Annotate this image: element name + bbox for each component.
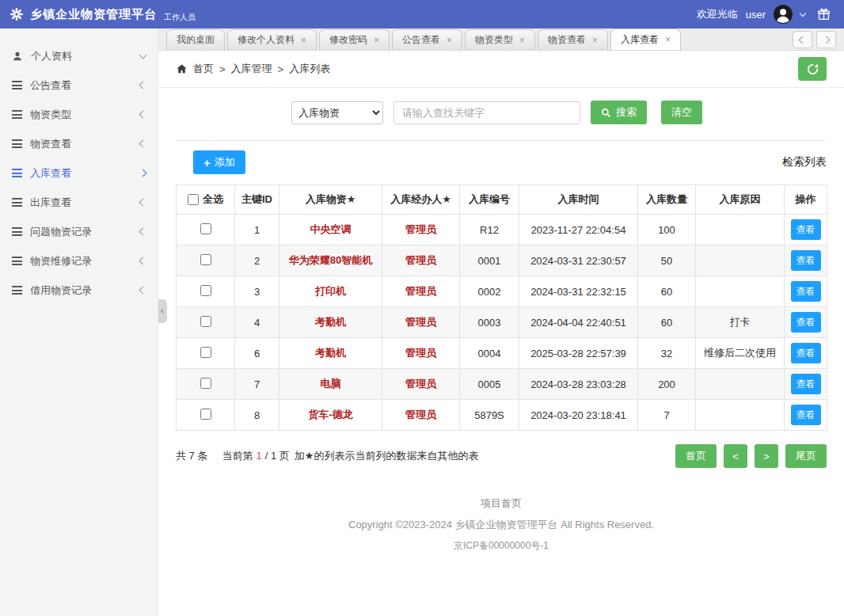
table-row: 3 打印机 管理员 0002 2024-03-31 22:32:15 60 查看	[177, 276, 827, 307]
tab-change-password[interactable]: 修改密码	[319, 29, 390, 50]
handler-link[interactable]: 管理员	[405, 223, 436, 235]
close-icon[interactable]	[665, 35, 671, 44]
sidebar-item-problem-records[interactable]: 问题物资记录	[0, 217, 158, 246]
close-icon[interactable]	[447, 36, 452, 45]
cell-select	[177, 276, 235, 307]
prev-page-button[interactable]: <	[724, 444, 747, 468]
cell-reason: 维修后二次使用	[696, 338, 785, 369]
row-checkbox[interactable]	[200, 254, 211, 265]
sidebar-item-repair-records[interactable]: 物资维修记录	[0, 246, 158, 276]
cell-code: 0005	[460, 369, 519, 400]
item-link[interactable]: 打印机	[315, 285, 346, 297]
sidebar-item-inbound[interactable]: 入库查看	[0, 158, 158, 188]
sidebar-item-material-view[interactable]: 物资查看	[0, 129, 158, 158]
handler-link[interactable]: 管理员	[405, 347, 436, 359]
tab-announcements[interactable]: 公告查看	[392, 29, 462, 50]
sidebar-item-label: 公告查看	[30, 78, 71, 93]
breadcrumb-separator: >	[219, 63, 226, 75]
tab-edit-profile[interactable]: 修改个人资料	[227, 29, 317, 50]
column-header-select-all: 全选	[177, 185, 235, 215]
view-button[interactable]: 查看	[791, 374, 821, 394]
tabs-scroll-right-button[interactable]	[816, 31, 836, 48]
cell-id: 7	[235, 369, 279, 400]
row-checkbox[interactable]	[200, 223, 211, 234]
cell-item: 考勤机	[279, 338, 382, 369]
view-button[interactable]: 查看	[791, 250, 821, 271]
column-header-handler: 入库经办人★	[382, 185, 460, 215]
sidebar-item-outbound[interactable]: 出库查看	[0, 188, 158, 217]
tab-my-desktop[interactable]: 我的桌面	[166, 29, 225, 50]
sidebar-item-personal-info[interactable]: 个人资料	[0, 41, 158, 70]
handler-link[interactable]: 管理员	[405, 254, 436, 266]
row-checkbox[interactable]	[200, 409, 211, 420]
handler-link[interactable]: 管理员	[405, 285, 436, 297]
close-icon[interactable]	[519, 36, 525, 45]
row-checkbox[interactable]	[200, 378, 211, 389]
add-button[interactable]: 添加	[193, 150, 245, 174]
sidebar-item-material-types[interactable]: 物资类型	[0, 100, 158, 129]
first-page-button[interactable]: 首页	[675, 444, 717, 468]
column-header-time: 入库时间	[519, 185, 638, 215]
refresh-button[interactable]	[798, 57, 827, 81]
username[interactable]: user	[746, 9, 766, 21]
tab-material-types[interactable]: 物资类型	[465, 29, 535, 50]
handler-link[interactable]: 管理员	[405, 409, 436, 420]
current-page-number: 1	[256, 450, 261, 462]
close-icon[interactable]	[374, 36, 379, 45]
close-icon[interactable]	[592, 36, 598, 45]
row-checkbox[interactable]	[200, 285, 211, 296]
column-header-item: 入库物资★	[279, 185, 382, 215]
add-button-label: 添加	[215, 155, 235, 169]
close-icon[interactable]	[301, 36, 306, 45]
view-button[interactable]: 查看	[791, 343, 821, 363]
cell-id: 6	[235, 338, 279, 369]
gift-icon[interactable]	[816, 7, 831, 22]
sidebar-item-borrow-records[interactable]: 借用物资记录	[0, 276, 158, 305]
handler-link[interactable]: 管理员	[405, 378, 436, 390]
cell-time: 2024-03-31 22:32:15	[519, 276, 638, 307]
view-button[interactable]: 查看	[791, 312, 821, 333]
item-link[interactable]: 电脑	[321, 378, 341, 390]
cell-handler: 管理员	[382, 215, 460, 245]
tab-material-view[interactable]: 物资查看	[538, 29, 608, 50]
tabs-scroll-left-button[interactable]	[793, 31, 812, 48]
item-link[interactable]: 考勤机	[315, 347, 346, 359]
view-button[interactable]: 查看	[791, 405, 821, 425]
item-link[interactable]: 华为荣耀80智能机	[289, 254, 372, 266]
handler-link[interactable]: 管理员	[405, 316, 436, 328]
tab-inbound[interactable]: 入库查看	[610, 29, 681, 50]
clear-button[interactable]: 清空	[661, 101, 702, 124]
table-row: 4 考勤机 管理员 0003 2024-04-04 22:40:51 60 打卡…	[177, 307, 827, 338]
tab-bar: 我的桌面 修改个人资料 修改密码 公告查看 物资类型 物资查看 入库查看	[158, 29, 844, 51]
cell-reason	[696, 245, 785, 276]
cell-item: 电脑	[279, 369, 382, 400]
tab-label: 物资查看	[548, 33, 586, 47]
avatar[interactable]	[774, 5, 793, 24]
search-button[interactable]: 搜索	[591, 101, 647, 124]
sidebar-item-announcements[interactable]: 公告查看	[0, 70, 158, 100]
view-button[interactable]: 查看	[791, 219, 821, 240]
chevron-left-icon	[139, 82, 147, 89]
footer-home-link[interactable]: 项目首页	[481, 497, 522, 509]
sidebar-item-label: 个人资料	[31, 49, 72, 63]
cell-id: 3	[235, 276, 279, 307]
app-title: 乡镇企业物资管理平台	[30, 7, 157, 22]
search-input[interactable]	[393, 101, 580, 124]
search-field-select[interactable]: 入库物资	[291, 101, 383, 124]
user-menu-chevron-down-icon[interactable]	[800, 10, 806, 17]
breadcrumb-home[interactable]: 首页	[193, 62, 214, 76]
last-page-button[interactable]: 尾页	[785, 444, 827, 468]
item-link[interactable]: 中央空调	[310, 223, 352, 235]
item-link[interactable]: 考勤机	[315, 316, 346, 328]
select-all-checkbox[interactable]	[188, 194, 199, 205]
row-checkbox[interactable]	[200, 347, 211, 358]
view-button[interactable]: 查看	[791, 281, 821, 302]
item-link[interactable]: 货车-德龙	[308, 409, 352, 420]
breadcrumb-level1[interactable]: 入库管理	[231, 62, 272, 76]
row-checkbox[interactable]	[200, 316, 211, 327]
sidebar-collapse-handle[interactable]	[158, 299, 167, 323]
menu-list-icon	[12, 169, 22, 177]
select-all-label: 全选	[203, 192, 223, 207]
next-page-button[interactable]: >	[755, 444, 778, 468]
chevron-left-icon	[139, 111, 147, 119]
